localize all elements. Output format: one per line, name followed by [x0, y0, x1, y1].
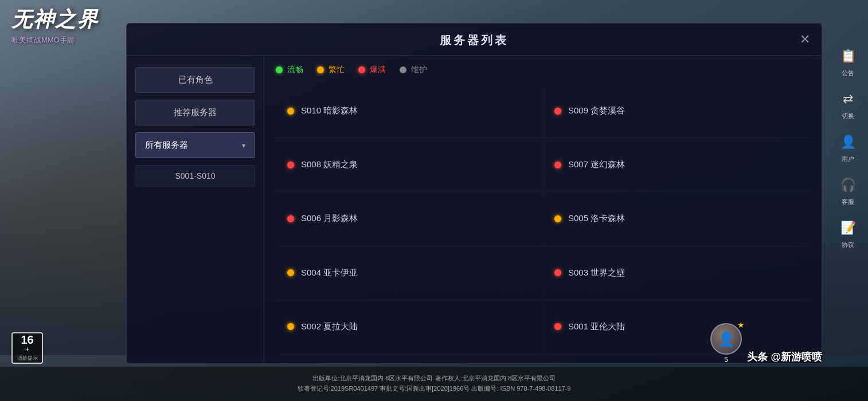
status-legend-busy: 繁忙 [317, 65, 345, 75]
sidebar-item-announcement[interactable]: 📋 公告 [838, 46, 858, 77]
avatar-area[interactable]: 👤 ★ 5 [710, 323, 742, 364]
s008-name: S008 妖精之泉 [301, 159, 358, 170]
right-panel: 流畅 繁忙 爆满 维护 S010 暗影森林 S009 贪婪溪谷 S008 妖精之… [264, 56, 822, 363]
bottom-bar: 出版单位:北京平消龙国内-8区水平有限公司 著作权人:北京平消龙国内-8区水平有… [0, 367, 868, 401]
busy-status-dot [317, 66, 324, 73]
server-item-s005[interactable]: S005 洛卡森林 [543, 192, 810, 246]
protocol-label: 协议 [842, 241, 854, 249]
s003-dot [554, 269, 561, 276]
recommended-server-button[interactable]: 推荐服务器 [135, 100, 255, 125]
logo-subtitle: 唯美绚战MMO手游 [11, 35, 99, 45]
maintenance-status-label: 维护 [411, 65, 427, 75]
s005-dot [554, 215, 561, 222]
busy-status-label: 繁忙 [329, 65, 345, 75]
age-label: 适龄提示 [17, 355, 38, 362]
full-status-dot [358, 66, 365, 73]
s008-dot [287, 162, 294, 168]
service-label: 客服 [842, 198, 854, 206]
age-plus: + [25, 345, 29, 353]
avatar-level: 5 [724, 356, 728, 364]
server-item-s002[interactable]: S002 夏拉大陆 [276, 300, 543, 354]
server-item-s007[interactable]: S007 迷幻森林 [543, 138, 810, 192]
modal-title: 服务器列表 [440, 34, 509, 46]
status-legend: 流畅 繁忙 爆满 维护 [276, 65, 810, 75]
s005-name: S005 洛卡森林 [568, 213, 625, 224]
announcement-icon: 📋 [838, 46, 858, 66]
watermark-text: 头条 @新游喷喷 [747, 350, 822, 364]
avatar-star-icon: ★ [737, 320, 745, 329]
s001-dot [554, 323, 561, 330]
switch-label: 切换 [842, 112, 854, 120]
age-number: 16 [21, 334, 33, 345]
server-item-s010[interactable]: S010 暗影森林 [276, 84, 543, 138]
logo-title: 无神之界 [11, 6, 99, 34]
s010-dot [287, 108, 294, 115]
announcement-label: 公告 [842, 69, 854, 77]
sidebar-item-switch[interactable]: ⇄ 切换 [838, 89, 858, 120]
sidebar-item-protocol[interactable]: 📝 协议 [838, 218, 858, 249]
server-item-s004[interactable]: S004 亚卡伊亚 [276, 246, 543, 300]
modal-body: 已有角色 推荐服务器 所有服务器 ▾ S001-S010 流畅 繁忙 爆满 维护 [127, 56, 822, 363]
server-item-s001[interactable]: S001 亚伦大陆 [543, 300, 810, 354]
bottom-text-2: 软著登记号:2019SR0401497 审批文号:国新出审[2020]1966号… [298, 384, 571, 394]
service-icon: 🎧 [838, 175, 858, 195]
sidebar-item-service[interactable]: 🎧 客服 [838, 175, 858, 206]
s001-name: S001 亚伦大陆 [568, 321, 625, 332]
protocol-icon: 📝 [838, 218, 858, 238]
age-rating-badge: 16 + 适龄提示 [11, 332, 43, 364]
status-legend-full: 爆满 [358, 65, 386, 75]
server-range-button[interactable]: S001-S010 [135, 165, 255, 187]
server-item-s008[interactable]: S008 妖精之泉 [276, 138, 543, 192]
server-grid: S010 暗影森林 S009 贪婪溪谷 S008 妖精之泉 S007 迷幻森林 … [276, 84, 810, 354]
smooth-status-dot [276, 66, 283, 73]
existing-characters-button[interactable]: 已有角色 [135, 67, 255, 93]
sidebar-item-user[interactable]: 👤 用户 [838, 132, 858, 163]
user-label: 用户 [842, 155, 854, 163]
s002-dot [287, 323, 294, 330]
s006-name: S006 月影森林 [301, 213, 358, 224]
chevron-down-icon: ▾ [242, 141, 245, 150]
s004-dot [287, 269, 294, 276]
maintenance-status-dot [400, 66, 406, 73]
status-legend-smooth: 流畅 [276, 65, 303, 75]
status-legend-maintenance: 维护 [400, 65, 427, 75]
s007-name: S007 迷幻森林 [568, 159, 625, 170]
s007-dot [554, 162, 561, 168]
server-item-s006[interactable]: S006 月影森林 [276, 192, 543, 246]
s003-name: S003 世界之壁 [568, 268, 625, 278]
s009-dot [554, 108, 561, 115]
server-item-s003[interactable]: S003 世界之壁 [543, 246, 810, 300]
logo-area: 无神之界 唯美绚战MMO手游 [11, 6, 99, 45]
modal-header: 服务器列表 ✕ [127, 23, 822, 56]
s009-name: S009 贪婪溪谷 [568, 105, 625, 116]
server-list-modal: 服务器列表 ✕ 已有角色 推荐服务器 所有服务器 ▾ S001-S010 流畅 … [126, 23, 822, 364]
s006-dot [287, 215, 294, 222]
left-panel: 已有角色 推荐服务器 所有服务器 ▾ S001-S010 [127, 56, 264, 363]
user-icon: 👤 [838, 132, 858, 152]
switch-icon: ⇄ [838, 89, 858, 109]
bottom-text-1: 出版单位:北京平消龙国内-8区水平有限公司 著作权人:北京平消龙国内-8区水平有… [312, 374, 556, 384]
s010-name: S010 暗影森林 [301, 105, 358, 116]
smooth-status-label: 流畅 [287, 65, 303, 75]
s002-name: S002 夏拉大陆 [301, 321, 358, 332]
s004-name: S004 亚卡伊亚 [301, 268, 358, 278]
all-servers-label: 所有服务器 [145, 140, 188, 151]
full-status-label: 爆满 [370, 65, 386, 75]
server-item-s009[interactable]: S009 贪婪溪谷 [543, 84, 810, 138]
right-sidebar: 📋 公告 ⇄ 切换 👤 用户 🎧 客服 📝 协议 [828, 46, 868, 249]
all-servers-button[interactable]: 所有服务器 ▾ [135, 132, 255, 158]
modal-close-button[interactable]: ✕ [800, 33, 810, 46]
